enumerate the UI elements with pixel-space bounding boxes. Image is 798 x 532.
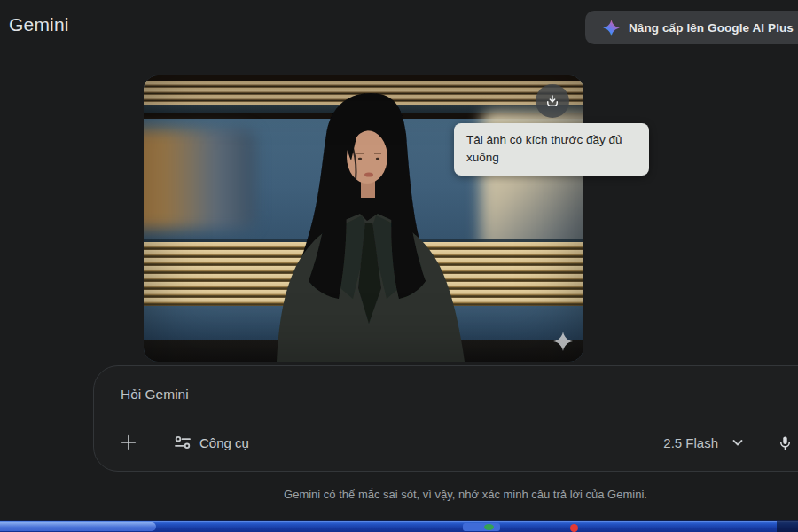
download-icon [544,93,560,109]
plus-icon [119,433,138,452]
composer-toolbar: Công cụ 2.5 Flash [94,426,798,459]
app-title: Gemini [9,14,69,35]
mic-icon [777,434,794,451]
generated-image [144,75,583,362]
model-label: 2.5 Flash [663,435,718,450]
taskbar-tray-icon[interactable] [463,523,500,531]
tools-label: Công cụ [200,435,249,450]
download-tooltip: Tải ảnh có kích thước đầy đủ xuống [454,123,649,176]
gemini-sparkle-icon [603,20,620,36]
tune-icon [174,434,192,451]
chevron-down-icon [731,435,745,450]
tray-green-dot [484,524,494,530]
tray-red-dot [570,524,578,532]
photo-vignette [144,75,583,362]
prompt-composer: Công cụ 2.5 Flash [93,365,798,472]
taskbar-active-button[interactable] [0,522,156,531]
prompt-input[interactable] [119,386,654,403]
sparkle-icon [553,332,573,355]
footer-disclaimer: Gemini có thể mắc sai sót, vì vậy, nhớ x… [93,488,798,501]
download-button[interactable] [536,84,569,118]
generated-image-card[interactable]: Tải ảnh có kích thước đầy đủ xuống [144,75,583,362]
tools-button[interactable]: Công cụ [167,428,256,457]
model-selector[interactable]: 2.5 Flash [660,430,748,456]
taskbar-corner [777,521,798,532]
add-button[interactable] [113,427,144,458]
upgrade-button[interactable]: Nâng cấp lên Google AI Plus [585,11,798,44]
mic-button[interactable] [770,427,798,458]
taskbar[interactable] [0,520,798,532]
upgrade-button-label: Nâng cấp lên Google AI Plus [629,21,794,35]
